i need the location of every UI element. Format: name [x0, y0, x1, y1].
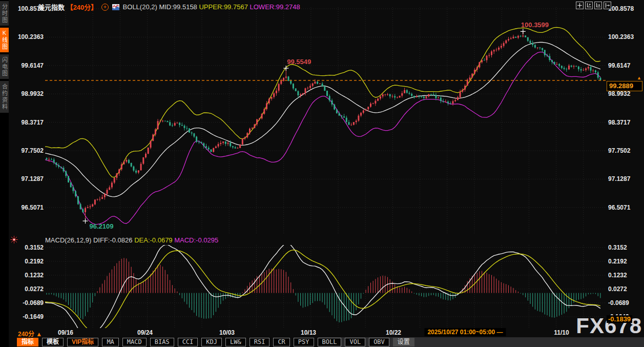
date-label: 10/22 — [386, 329, 401, 336]
price-axis-label: 98.3717 — [17, 119, 44, 126]
toolbar-button-7[interactable]: KDJ — [201, 338, 222, 346]
annotation-high1: 99.5549 — [287, 58, 311, 66]
macd-params-label: MACD(26,12,9) — [45, 236, 91, 244]
left-sidebar: 分时图 K线图 闪电图 合约资料 — [0, 0, 9, 347]
chart-window-controls — [576, 2, 611, 9]
price-axis-label: 100.2363 — [608, 33, 634, 40]
last-price-badge: 99.2889 — [607, 81, 642, 91]
move-crosshair-icon[interactable] — [576, 2, 584, 9]
toolbar-button-1[interactable]: 模板 — [42, 338, 64, 346]
price-axis-label: 97.1287 — [608, 175, 630, 182]
toolbar-button-11[interactable]: PSY — [294, 338, 314, 346]
sidebar-tab-contract-info[interactable]: 合约资料 — [0, 81, 9, 113]
macd-macd-value: MACD:-0.0295 — [174, 236, 218, 244]
boll-upper-value: UPPER:99.7567 — [199, 3, 247, 11]
sidebar-tab-lightning-chart[interactable]: 闪电图 — [0, 54, 9, 79]
timeframe-label: 【240分】 — [67, 4, 98, 11]
toolbar-button-8[interactable]: LW& — [225, 338, 246, 346]
annotation-low: 96.2109 — [90, 222, 114, 230]
toolbar-button-4[interactable]: MACD — [122, 338, 147, 346]
macd-diff-value: DIFF:-0.0826 — [93, 236, 133, 244]
annotation-high2: 100.3599 — [521, 21, 549, 29]
scale-axis-left-icon[interactable] — [585, 2, 593, 9]
scale-axis-right-icon[interactable] — [594, 2, 602, 9]
macd-axis-label: -0.0689 — [17, 299, 44, 307]
macd-axis-label: 0.1232 — [608, 272, 627, 279]
macd-dea-value: DEA:-0.0679 — [134, 236, 172, 244]
price-axis-label: 99.6147 — [608, 62, 630, 69]
price-axis-label: 97.7502 — [608, 147, 630, 154]
macd-axis-label: 0.2192 — [608, 258, 627, 265]
toolbar-button-13[interactable]: VOL — [345, 338, 365, 346]
chart-header: 美元指数 【240分】 + BOLL(20,2) MID:99.5158 UPP… — [38, 2, 300, 12]
trading-app: 分时图 K线图 闪电图 合约资料 美元指数 【240分】 + BOLL(20,2… — [0, 0, 644, 347]
period-label[interactable]: 240分 ▲ — [18, 329, 42, 338]
toolbar-button-9[interactable]: RSI — [250, 338, 270, 346]
sidebar-tab-kline-chart[interactable]: K线图 — [0, 28, 9, 52]
toolbar-button-5[interactable]: BIAS — [150, 338, 174, 346]
price-axis-label: 98.9932 — [17, 90, 44, 97]
mini-chart-icon[interactable] — [112, 4, 119, 10]
macd-axis-label: 0.1232 — [17, 272, 44, 279]
toolbar-button-12[interactable]: BOLL — [318, 338, 342, 346]
macd-axis-label: -0.0689 — [608, 299, 629, 307]
date-label: 10/03 — [219, 329, 235, 336]
price-axis-label: 99.6147 — [17, 62, 44, 69]
price-up-arrow-icon: ▲ — [637, 75, 641, 80]
price-axis-label: 100.8578 — [608, 5, 634, 12]
price-axis-label: 97.1287 — [17, 175, 44, 182]
indicator-toolbar: 指标模板VIP指标MAMACDBIASCCIKDJLW&RSICRPSYBOLL… — [17, 338, 414, 346]
boll-lower-value: LOWER:99.2748 — [250, 3, 300, 11]
toolbar-button-3[interactable]: MA — [102, 338, 118, 346]
toolbar-button-15[interactable]: 设置 — [393, 338, 414, 346]
macd-axis-label: 0.3152 — [608, 244, 627, 251]
date-label: 11/10 — [554, 329, 569, 336]
macd-axis-label: 0.2192 — [17, 258, 44, 265]
circle-plus-icon[interactable]: + — [101, 4, 109, 11]
macd-header: MACD(26,12,9) DIFF:-0.0826 DEA:-0.0679 M… — [45, 236, 218, 244]
instrument-name: 美元指数 — [38, 4, 65, 11]
price-axis-label: 98.3717 — [608, 119, 630, 126]
toolbar-button-2[interactable]: VIP指标 — [67, 338, 98, 346]
macd-axis-label: 0.0272 — [608, 285, 627, 293]
price-axis-label: 96.5071 — [17, 204, 44, 211]
macd-axis-label: 0.3152 — [17, 244, 44, 251]
alert-burst-icon[interactable] — [10, 236, 18, 246]
macd-last-value-badge: -0.1839 — [607, 315, 632, 323]
date-label: 09/16 — [58, 329, 73, 336]
price-axis-label: 98.9932 — [608, 90, 630, 97]
boll-label: BOLL(20,2) — [123, 3, 157, 11]
price-axis-label: 96.5071 — [608, 204, 630, 211]
date-label: 09/24 — [137, 329, 153, 336]
highlighted-time-range: 2025/10/27 01:00~05:00 — — [424, 328, 506, 336]
date-label: 10/13 — [301, 329, 316, 336]
macd-axis-label: 0.0272 — [17, 285, 44, 293]
price-macd-chart — [0, 0, 644, 347]
toolbar-button-6[interactable]: CCI — [178, 338, 198, 346]
toolbar-button-14[interactable]: OBV — [369, 338, 389, 346]
sidebar-tab-time-chart[interactable]: 分时图 — [0, 1, 9, 26]
toolbar-button-0[interactable]: 指标 — [17, 338, 38, 346]
boll-mid-value: MID:99.5158 — [159, 3, 197, 11]
price-axis-label: 97.7502 — [17, 147, 44, 154]
macd-axis-label: -0.1649 — [17, 313, 44, 320]
exit-pane-icon[interactable] — [604, 2, 611, 9]
time-axis: 240分 ▲ 2025/10/27 01:00~05:00 — 09/1609/… — [0, 328, 644, 337]
price-axis-label: 100.2363 — [17, 33, 44, 40]
toolbar-button-10[interactable]: CR — [273, 338, 289, 346]
